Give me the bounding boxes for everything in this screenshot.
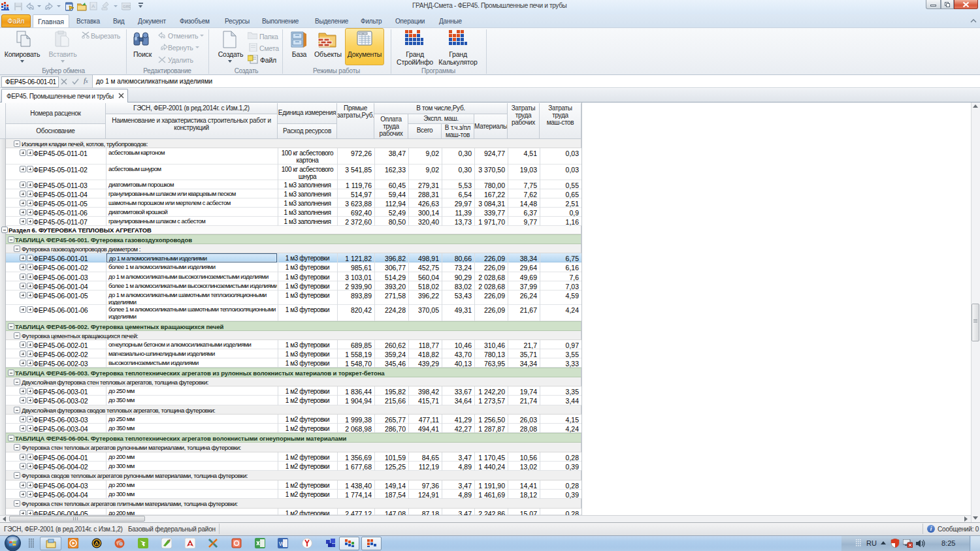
svg-text:A: A <box>91 3 95 9</box>
svg-text:GRD: GRD <box>123 5 131 8</box>
svg-text:W: W <box>279 541 285 547</box>
